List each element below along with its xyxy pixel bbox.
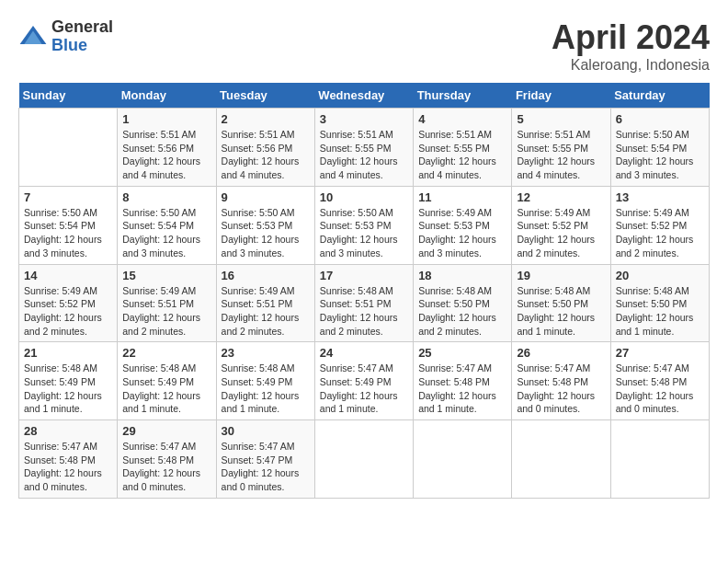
day-info-13: Sunrise: 5:49 AM Sunset: 5:52 PM Dayligh… (616, 206, 704, 260)
week-row-4: 21Sunrise: 5:48 AM Sunset: 5:49 PM Dayli… (19, 342, 710, 420)
day-info-25: Sunrise: 5:47 AM Sunset: 5:48 PM Dayligh… (418, 362, 506, 416)
calendar-cell-w1-d7: 6Sunrise: 5:50 AM Sunset: 5:54 PM Daylig… (610, 109, 709, 187)
day-info-14: Sunrise: 5:49 AM Sunset: 5:52 PM Dayligh… (24, 284, 112, 339)
calendar-cell-w5-d6 (512, 420, 610, 499)
day-number-28: 28 (24, 424, 112, 438)
day-info-10: Sunrise: 5:50 AM Sunset: 5:53 PM Dayligh… (320, 206, 408, 260)
calendar-cell-w1-d4: 3Sunrise: 5:51 AM Sunset: 5:55 PM Daylig… (314, 109, 413, 187)
day-info-9: Sunrise: 5:50 AM Sunset: 5:53 PM Dayligh… (222, 206, 310, 260)
calendar-cell-w1-d1 (19, 109, 118, 187)
day-info-30: Sunrise: 5:47 AM Sunset: 5:47 PM Dayligh… (222, 440, 310, 494)
calendar-cell-w4-d7: 27Sunrise: 5:47 AM Sunset: 5:48 PM Dayli… (610, 342, 709, 420)
weekday-header-friday: Friday (512, 83, 610, 109)
day-number-4: 4 (418, 112, 506, 126)
calendar-cell-w3-d7: 20Sunrise: 5:48 AM Sunset: 5:50 PM Dayli… (610, 264, 709, 342)
calendar-cell-w3-d3: 16Sunrise: 5:49 AM Sunset: 5:51 PM Dayli… (216, 264, 314, 342)
calendar-cell-w4-d3: 23Sunrise: 5:48 AM Sunset: 5:49 PM Dayli… (216, 342, 314, 420)
day-info-12: Sunrise: 5:49 AM Sunset: 5:52 PM Dayligh… (517, 206, 605, 260)
day-number-13: 13 (616, 190, 704, 204)
weekday-header-row: SundayMondayTuesdayWednesdayThursdayFrid… (19, 83, 710, 109)
calendar-cell-w3-d2: 15Sunrise: 5:49 AM Sunset: 5:51 PM Dayli… (118, 264, 216, 342)
day-number-11: 11 (418, 190, 506, 204)
day-number-5: 5 (517, 112, 605, 126)
calendar-cell-w2-d7: 13Sunrise: 5:49 AM Sunset: 5:52 PM Dayli… (610, 186, 709, 264)
location: Kaleroang, Indonesia (552, 57, 710, 74)
calendar-cell-w4-d1: 21Sunrise: 5:48 AM Sunset: 5:49 PM Dayli… (19, 342, 118, 420)
weekday-header-tuesday: Tuesday (216, 83, 314, 109)
day-info-18: Sunrise: 5:48 AM Sunset: 5:50 PM Dayligh… (418, 284, 506, 339)
calendar-cell-w5-d5 (414, 420, 512, 499)
day-number-10: 10 (320, 190, 408, 204)
calendar-cell-w3-d4: 17Sunrise: 5:48 AM Sunset: 5:51 PM Dayli… (314, 264, 413, 342)
day-number-27: 27 (616, 346, 704, 360)
day-info-21: Sunrise: 5:48 AM Sunset: 5:49 PM Dayligh… (24, 362, 112, 416)
calendar-cell-w2-d4: 10Sunrise: 5:50 AM Sunset: 5:53 PM Dayli… (314, 186, 413, 264)
day-number-2: 2 (222, 112, 310, 126)
logo: General Blue (18, 18, 113, 55)
calendar-cell-w2-d5: 11Sunrise: 5:49 AM Sunset: 5:53 PM Dayli… (414, 186, 512, 264)
weekday-header-wednesday: Wednesday (314, 83, 413, 109)
calendar-cell-w2-d1: 7Sunrise: 5:50 AM Sunset: 5:54 PM Daylig… (19, 186, 118, 264)
day-info-4: Sunrise: 5:51 AM Sunset: 5:55 PM Dayligh… (418, 128, 506, 182)
day-number-16: 16 (222, 269, 310, 282)
week-row-5: 28Sunrise: 5:47 AM Sunset: 5:48 PM Dayli… (19, 420, 710, 499)
week-row-3: 14Sunrise: 5:49 AM Sunset: 5:52 PM Dayli… (19, 264, 710, 342)
day-number-8: 8 (122, 190, 210, 204)
calendar-cell-w5-d3: 30Sunrise: 5:47 AM Sunset: 5:47 PM Dayli… (216, 420, 314, 499)
day-number-19: 19 (517, 269, 605, 282)
calendar-table: SundayMondayTuesdayWednesdayThursdayFrid… (18, 83, 710, 499)
calendar-cell-w5-d2: 29Sunrise: 5:47 AM Sunset: 5:48 PM Dayli… (118, 420, 216, 499)
logo-general-text: General (51, 18, 113, 37)
day-info-29: Sunrise: 5:47 AM Sunset: 5:48 PM Dayligh… (122, 440, 210, 494)
day-info-17: Sunrise: 5:48 AM Sunset: 5:51 PM Dayligh… (320, 284, 408, 339)
day-number-29: 29 (122, 424, 210, 438)
calendar-cell-w5-d7 (610, 420, 709, 499)
title-area: April 2024 Kaleroang, Indonesia (552, 18, 710, 74)
day-number-18: 18 (418, 269, 506, 282)
calendar-cell-w1-d6: 5Sunrise: 5:51 AM Sunset: 5:55 PM Daylig… (512, 109, 610, 187)
day-number-1: 1 (122, 112, 210, 126)
day-number-15: 15 (122, 269, 210, 282)
day-info-2: Sunrise: 5:51 AM Sunset: 5:56 PM Dayligh… (222, 128, 310, 182)
logo-blue-text: Blue (51, 37, 113, 55)
weekday-header-monday: Monday (118, 83, 216, 109)
day-number-9: 9 (222, 190, 310, 204)
day-info-1: Sunrise: 5:51 AM Sunset: 5:56 PM Dayligh… (122, 128, 210, 182)
day-number-17: 17 (320, 269, 408, 282)
day-number-24: 24 (320, 346, 408, 360)
calendar-cell-w4-d4: 24Sunrise: 5:47 AM Sunset: 5:49 PM Dayli… (314, 342, 413, 420)
day-info-27: Sunrise: 5:47 AM Sunset: 5:48 PM Dayligh… (616, 362, 704, 416)
week-row-2: 7Sunrise: 5:50 AM Sunset: 5:54 PM Daylig… (19, 186, 710, 264)
header: General Blue April 2024 Kaleroang, Indon… (18, 18, 710, 74)
day-info-6: Sunrise: 5:50 AM Sunset: 5:54 PM Dayligh… (616, 128, 704, 182)
calendar-cell-w2-d2: 8Sunrise: 5:50 AM Sunset: 5:54 PM Daylig… (118, 186, 216, 264)
weekday-header-thursday: Thursday (414, 83, 512, 109)
calendar-cell-w4-d5: 25Sunrise: 5:47 AM Sunset: 5:48 PM Dayli… (414, 342, 512, 420)
day-number-14: 14 (24, 269, 112, 282)
day-number-25: 25 (418, 346, 506, 360)
day-info-5: Sunrise: 5:51 AM Sunset: 5:55 PM Dayligh… (517, 128, 605, 182)
day-number-20: 20 (616, 269, 704, 282)
calendar-cell-w3-d5: 18Sunrise: 5:48 AM Sunset: 5:50 PM Dayli… (414, 264, 512, 342)
day-info-7: Sunrise: 5:50 AM Sunset: 5:54 PM Dayligh… (24, 206, 112, 260)
calendar-cell-w2-d6: 12Sunrise: 5:49 AM Sunset: 5:52 PM Dayli… (512, 186, 610, 264)
day-info-22: Sunrise: 5:48 AM Sunset: 5:49 PM Dayligh… (122, 362, 210, 416)
weekday-header-sunday: Sunday (19, 83, 118, 109)
day-number-26: 26 (517, 346, 605, 360)
day-info-8: Sunrise: 5:50 AM Sunset: 5:54 PM Dayligh… (122, 206, 210, 260)
calendar-cell-w3-d6: 19Sunrise: 5:48 AM Sunset: 5:50 PM Dayli… (512, 264, 610, 342)
day-info-19: Sunrise: 5:48 AM Sunset: 5:50 PM Dayligh… (517, 284, 605, 339)
day-number-7: 7 (24, 190, 112, 204)
calendar-cell-w3-d1: 14Sunrise: 5:49 AM Sunset: 5:52 PM Dayli… (19, 264, 118, 342)
day-info-23: Sunrise: 5:48 AM Sunset: 5:49 PM Dayligh… (222, 362, 310, 416)
calendar-cell-w1-d2: 1Sunrise: 5:51 AM Sunset: 5:56 PM Daylig… (118, 109, 216, 187)
day-number-22: 22 (122, 346, 210, 360)
day-number-21: 21 (24, 346, 112, 360)
day-info-28: Sunrise: 5:47 AM Sunset: 5:48 PM Dayligh… (24, 440, 112, 494)
day-number-6: 6 (616, 112, 704, 126)
calendar-cell-w5-d4 (314, 420, 413, 499)
calendar-cell-w1-d5: 4Sunrise: 5:51 AM Sunset: 5:55 PM Daylig… (414, 109, 512, 187)
calendar-cell-w5-d1: 28Sunrise: 5:47 AM Sunset: 5:48 PM Dayli… (19, 420, 118, 499)
day-number-12: 12 (517, 190, 605, 204)
calendar-cell-w4-d2: 22Sunrise: 5:48 AM Sunset: 5:49 PM Dayli… (118, 342, 216, 420)
